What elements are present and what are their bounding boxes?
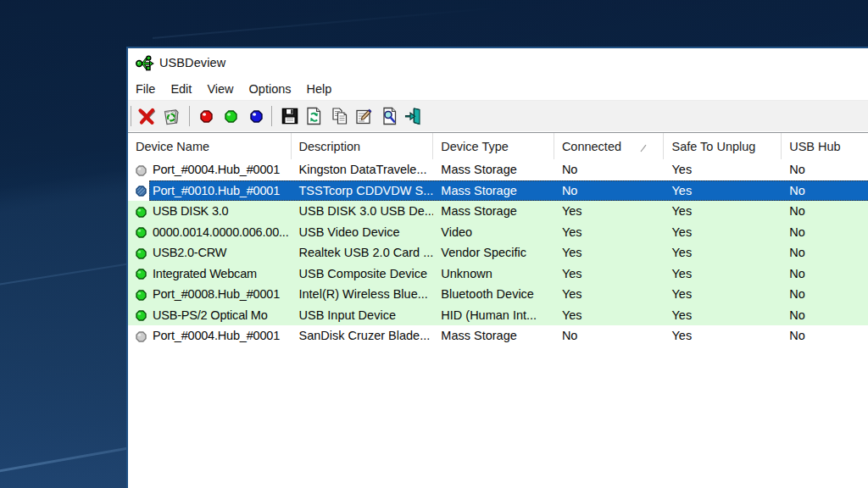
cell-device-type: Unknown — [433, 263, 554, 285]
green-ball-icon — [225, 110, 237, 123]
cell-usb-hub: No — [782, 305, 868, 326]
toolbar-separator — [189, 106, 190, 126]
device-row[interactable]: USB DISK 3.0USB DISK 3.0 USB De...Mass S… — [128, 201, 868, 222]
device-row[interactable]: USB2.0-CRWRealtek USB 2.0 Card ...Vendor… — [128, 242, 868, 263]
cell-description: USB Composite Device — [292, 263, 434, 285]
find-button[interactable] — [380, 107, 398, 125]
cell-connected: Yes — [554, 305, 665, 326]
menu-edit[interactable]: Edit — [163, 77, 199, 100]
cell-device-type: Bluetooth Device — [433, 284, 554, 305]
cell-description: Realtek USB 2.0 Card ... — [292, 242, 434, 263]
toolbar-separator — [271, 106, 272, 126]
cell-safe-to-unplug: Yes — [664, 180, 782, 202]
green-ball-button[interactable] — [222, 107, 241, 125]
cell-connected: No — [554, 325, 665, 347]
cell-safe-to-unplug: Yes — [664, 201, 782, 222]
remove-device-button[interactable] — [162, 107, 181, 125]
cell-device-name: Port_#0010.Hub_#0001 — [128, 180, 292, 202]
cell-safe-to-unplug: Yes — [664, 284, 782, 305]
blue-ball-button[interactable] — [247, 107, 265, 125]
floppy-icon — [281, 107, 299, 125]
cell-description: USB Input Device — [292, 305, 434, 326]
cell-device-name: Port_#0004.Hub_#0001 — [128, 325, 292, 347]
toolbar — [128, 101, 868, 131]
device-row[interactable]: Port_#0004.Hub_#0001SanDisk Cruzer Blade… — [128, 325, 868, 347]
cell-description: SanDisk Cruzer Blade... — [292, 325, 434, 347]
cell-connected: No — [554, 159, 665, 180]
cell-connected: Yes — [554, 222, 665, 243]
red-ball-icon — [200, 110, 213, 123]
cell-safe-to-unplug: Yes — [664, 159, 782, 180]
column-header-label: Device Type — [441, 140, 509, 153]
cell-description: Intel(R) Wireless Blue... — [292, 284, 434, 305]
column-header-label: Device Name — [136, 140, 209, 153]
cell-safe-to-unplug: Yes — [664, 222, 782, 243]
properties-button[interactable] — [354, 107, 373, 125]
cell-device-name: USB-PS/2 Optical Mo — [128, 305, 292, 326]
column-header-device-name[interactable]: Device Name — [128, 133, 292, 159]
device-row-selected[interactable]: Port_#0010.Hub_#0001TSSTcorp CDDVDW S...… — [128, 180, 868, 202]
refresh-button[interactable] — [304, 107, 323, 125]
column-header-safe-to-unplug[interactable]: Safe To Unplug — [664, 133, 782, 159]
cell-usb-hub: No — [782, 180, 868, 202]
cell-description: USB DISK 3.0 USB De... — [292, 201, 434, 222]
desktop-background: USBDeview FileEditViewOptionsHelp Device… — [0, 0, 868, 488]
trash-recycle-icon — [162, 107, 181, 125]
column-header-label: Description — [299, 140, 361, 153]
menu-file[interactable]: File — [128, 77, 163, 100]
device-row[interactable]: 0000.0014.0000.006.00...USB Video Device… — [128, 222, 868, 243]
list-header: Device NameDescriptionDevice TypeConnect… — [128, 133, 868, 159]
column-header-label: Connected — [562, 140, 621, 153]
toolbar-separator — [131, 106, 131, 126]
column-header-usb-hub[interactable]: USB Hub — [782, 133, 868, 159]
blue-ball-icon — [250, 110, 263, 123]
cell-description: Kingston DataTravele... — [292, 159, 434, 180]
device-row[interactable]: Integrated WebcamUSB Composite DeviceUnk… — [128, 263, 868, 285]
usb-logo-icon — [136, 54, 154, 72]
cell-usb-hub: No — [782, 325, 868, 347]
cell-device-type: HID (Human Int... — [433, 305, 554, 326]
sort-ascending-icon — [640, 141, 647, 150]
window-title: USBDeview — [159, 56, 225, 69]
column-header-connected[interactable]: Connected — [554, 133, 665, 159]
cell-device-name: USB DISK 3.0 — [128, 201, 292, 222]
exit-button[interactable] — [403, 107, 422, 125]
cell-device-type: Mass Storage — [433, 180, 554, 202]
cell-connected: Yes — [554, 284, 665, 305]
menu-help[interactable]: Help — [299, 77, 340, 100]
copy-button[interactable] — [331, 107, 349, 125]
cell-device-name: Integrated Webcam — [128, 263, 292, 285]
cell-safe-to-unplug: Yes — [664, 242, 782, 263]
column-header-device-type[interactable]: Device Type — [433, 133, 554, 159]
cell-usb-hub: No — [782, 201, 868, 222]
cell-device-name: USB2.0-CRW — [128, 242, 292, 263]
cell-device-type: Video — [433, 222, 554, 243]
title-bar[interactable]: USBDeview — [128, 48, 868, 77]
cell-connected: Yes — [554, 263, 665, 285]
column-header-description[interactable]: Description — [292, 133, 434, 159]
cell-usb-hub: No — [782, 263, 868, 285]
device-row[interactable]: USB-PS/2 Optical MoUSB Input DeviceHID (… — [128, 305, 868, 326]
device-row[interactable]: Port_#0008.Hub_#0001Intel(R) Wireless Bl… — [128, 284, 868, 305]
cell-safe-to-unplug: Yes — [664, 325, 782, 347]
device-list: Device NameDescriptionDevice TypeConnect… — [128, 132, 868, 488]
cell-device-type: Vendor Specific — [433, 242, 554, 263]
column-header-label: USB Hub — [789, 140, 840, 153]
cell-device-type: Mass Storage — [433, 325, 554, 347]
red-ball-button[interactable] — [198, 107, 216, 125]
uninstall-button[interactable] — [137, 107, 156, 125]
cell-safe-to-unplug: Yes — [664, 305, 782, 326]
exit-icon — [403, 107, 422, 125]
device-row[interactable]: Port_#0004.Hub_#0001Kingston DataTravele… — [128, 159, 868, 180]
cell-description: TSSTcorp CDDVDW S... — [292, 180, 434, 202]
list-body: Port_#0004.Hub_#0001Kingston DataTravele… — [128, 159, 868, 347]
column-header-label: Safe To Unplug — [671, 140, 755, 153]
properties-icon — [354, 107, 373, 125]
save-report-button[interactable] — [281, 107, 299, 125]
wallpaper-light-beam — [153, 6, 508, 39]
cell-usb-hub: No — [782, 284, 868, 305]
menu-options[interactable]: Options — [242, 77, 299, 100]
cell-device-name: Port_#0008.Hub_#0001 — [128, 284, 292, 305]
menu-view[interactable]: View — [199, 77, 241, 100]
cell-connected: Yes — [554, 201, 665, 222]
